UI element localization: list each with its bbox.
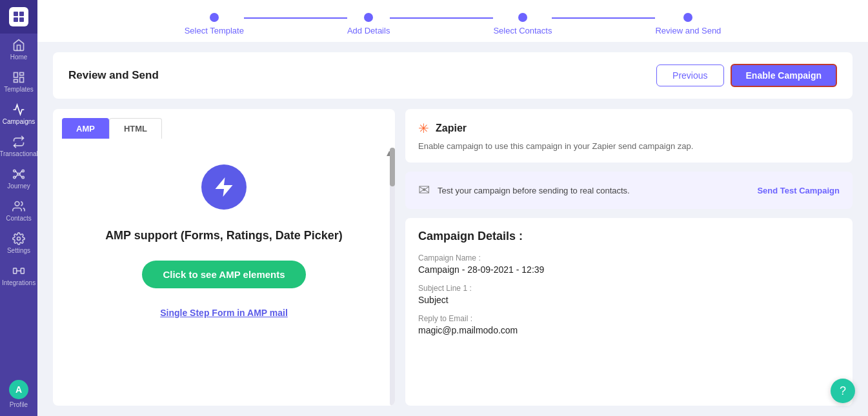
svg-point-17 (15, 202, 19, 206)
step-line-1 (244, 17, 347, 19)
tab-bar: AMP HTML (53, 109, 395, 139)
test-mail-icon: ✉ (418, 182, 430, 199)
zapier-header: ✳ Zapier (418, 121, 840, 136)
amp-lightning-icon (201, 164, 247, 210)
help-button[interactable]: ? (831, 379, 855, 403)
svg-rect-0 (14, 12, 18, 16)
step-dot-3 (518, 13, 527, 22)
step-dot-4 (683, 13, 692, 22)
logo-icon (9, 7, 28, 26)
avatar: A (9, 380, 28, 399)
sidebar-item-templates-label: Templates (4, 86, 34, 93)
amp-elements-button[interactable]: Click to see AMP elements (142, 261, 305, 288)
sidebar-item-transactional-label: Transactional (0, 150, 38, 157)
svg-marker-22 (216, 177, 233, 197)
tab-amp[interactable]: AMP (62, 118, 109, 139)
step-line-3 (552, 17, 655, 19)
svg-rect-2 (14, 17, 18, 22)
svg-rect-6 (20, 77, 24, 83)
svg-rect-1 (19, 12, 24, 16)
enable-campaign-button[interactable]: Enable Campaign (731, 64, 837, 87)
subject-label: Subject Line 1 : (418, 284, 840, 293)
scroll-thumb (390, 148, 395, 186)
sidebar-item-transactional[interactable]: Transactional (0, 130, 37, 163)
svg-rect-20 (21, 268, 24, 273)
preview-panel: AMP HTML ▲ AMP support (Forms, Ratings, … (53, 109, 395, 406)
main-content: Select Template Add Details Select Conta… (37, 0, 868, 416)
profile-label: Profile (10, 401, 28, 408)
svg-line-16 (20, 175, 22, 177)
sidebar-item-contacts[interactable]: Contacts (0, 195, 37, 227)
svg-point-18 (17, 237, 21, 241)
help-icon: ? (840, 384, 846, 398)
stepper: Select Template Add Details Select Conta… (37, 0, 868, 42)
amp-sub-link: Single Step Form in AMP mail (160, 308, 288, 318)
svg-rect-7 (14, 79, 18, 82)
svg-line-15 (15, 175, 17, 177)
step-select-contacts[interactable]: Select Contacts (493, 13, 552, 35)
svg-point-9 (14, 170, 15, 172)
profile-section[interactable]: A Profile (0, 372, 37, 416)
svg-rect-5 (20, 73, 24, 75)
svg-point-8 (17, 173, 19, 175)
right-panel: ✳ Zapier Enable campaign to use this cam… (405, 109, 853, 406)
test-campaign-card: ✉ Test your campaign before sending to r… (405, 172, 853, 209)
sidebar-item-integrations-label: Integrations (2, 279, 35, 286)
campaign-name-value: Campaign - 28-09-2021 - 12:39 (418, 264, 840, 275)
page-content: Review and Send Previous Enable Campaign… (37, 42, 868, 416)
send-test-campaign-button[interactable]: Send Test Campaign (757, 186, 840, 195)
zapier-title: Zapier (436, 123, 467, 134)
svg-rect-4 (14, 73, 18, 78)
review-header: Review and Send Previous Enable Campaign (53, 52, 853, 99)
svg-rect-3 (19, 17, 24, 22)
sidebar-item-campaigns[interactable]: Campaigns (0, 98, 37, 130)
amp-support-title: AMP support (Forms, Ratings, Date Picker… (105, 229, 343, 243)
tab-html[interactable]: HTML (109, 118, 162, 139)
sidebar-item-home-label: Home (10, 54, 28, 61)
zapier-icon: ✳ (418, 121, 429, 136)
svg-point-11 (14, 176, 15, 178)
preview-content: ▲ AMP support (Forms, Ratings, Date Pick… (53, 139, 395, 406)
reply-email-label: Reply to Email : (418, 314, 840, 323)
subject-value: Subject (418, 295, 840, 305)
step-dot-2 (364, 13, 373, 22)
sidebar-item-settings[interactable]: Settings (0, 227, 37, 259)
test-left: ✉ Test your campaign before sending to r… (418, 182, 630, 199)
sidebar-logo (0, 0, 37, 34)
step-select-template[interactable]: Select Template (185, 13, 244, 35)
step-review-send[interactable]: Review and Send (655, 13, 721, 35)
sidebar-item-settings-label: Settings (7, 247, 30, 254)
step-add-details[interactable]: Add Details (347, 13, 390, 35)
sidebar-item-campaigns-label: Campaigns (3, 118, 35, 125)
svg-line-13 (15, 171, 17, 173)
sidebar-item-integrations[interactable]: Integrations (0, 259, 37, 292)
sidebar-item-contacts-label: Contacts (6, 215, 31, 222)
previous-button[interactable]: Previous (656, 64, 723, 86)
step-dot-1 (210, 13, 219, 22)
sidebar-item-home[interactable]: Home (0, 34, 37, 66)
step-line-2 (390, 17, 493, 19)
svg-rect-19 (14, 268, 17, 273)
sidebar-item-journey-label: Journey (7, 183, 30, 190)
test-campaign-text: Test your campaign before sending to rea… (438, 186, 630, 195)
step-label-4: Review and Send (655, 26, 721, 35)
campaign-details-title: Campaign Details : (418, 230, 840, 243)
svg-line-14 (20, 171, 22, 173)
step-label-3: Select Contacts (493, 26, 552, 35)
reply-email-value: magic@p.mailmodo.com (418, 325, 840, 335)
scrollbar[interactable] (390, 148, 395, 406)
svg-point-10 (22, 170, 24, 172)
campaign-details-card: Campaign Details : Campaign Name : Campa… (405, 218, 853, 406)
sidebar: Home Templates Campaigns Transactional J… (0, 0, 37, 416)
zapier-description: Enable campaign to use this campaign in … (418, 141, 840, 151)
campaign-name-label: Campaign Name : (418, 253, 840, 262)
page-title: Review and Send (68, 69, 159, 82)
step-label-2: Add Details (347, 26, 390, 35)
sidebar-item-journey[interactable]: Journey (0, 163, 37, 195)
step-label-1: Select Template (185, 26, 244, 35)
header-actions: Previous Enable Campaign (656, 64, 837, 87)
svg-point-12 (22, 176, 24, 178)
two-column-layout: AMP HTML ▲ AMP support (Forms, Ratings, … (53, 109, 853, 406)
zapier-card: ✳ Zapier Enable campaign to use this cam… (405, 109, 853, 163)
sidebar-item-templates[interactable]: Templates (0, 66, 37, 98)
